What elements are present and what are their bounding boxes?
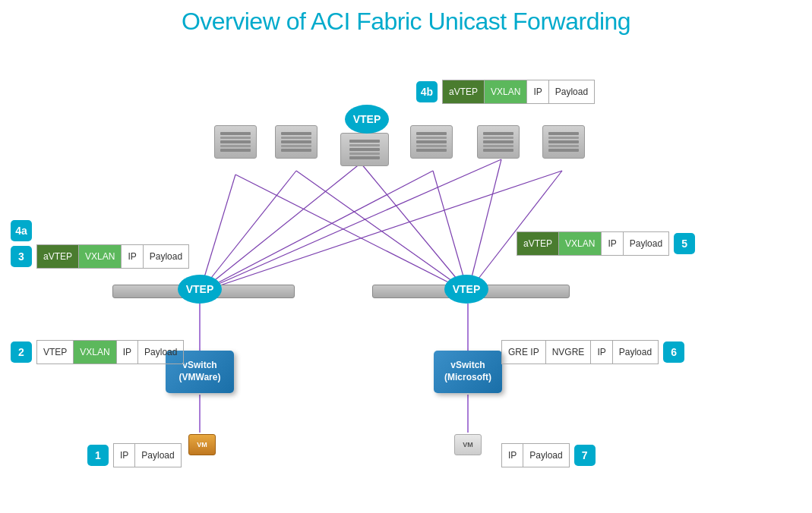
- pkt-4a-payload: Payload: [144, 245, 188, 268]
- spine-server-2: [275, 125, 318, 159]
- packet-4a-3-group: 4a 3 aVTEP VXLAN IP Payload: [11, 220, 189, 269]
- badge-4a: 4a: [11, 220, 32, 241]
- pkt-1-ip: IP: [114, 444, 135, 467]
- packet-2-row: 2 VTEP VXLAN IP Payload: [11, 340, 184, 364]
- pkt-4a-vxlan: VXLAN: [79, 245, 122, 268]
- packet-2: VTEP VXLAN IP Payload: [36, 340, 184, 364]
- svg-line-12: [468, 159, 501, 292]
- packet-1: IP Payload: [113, 443, 182, 467]
- packet-4b-row: 4b aVTEP VXLAN IP Payload: [416, 80, 595, 104]
- packet-7-row: IP Payload 7: [501, 443, 596, 467]
- vswitch-microsoft: vSwitch (Microsoft): [434, 351, 502, 393]
- pkt-2-payload: Payload: [138, 341, 183, 364]
- pkt-4b-ip: IP: [527, 80, 548, 103]
- vm-vmware: VM: [188, 434, 216, 455]
- page-title: Overview of ACI Fabric Unicast Forwardin…: [0, 8, 812, 36]
- spine-server-5: [477, 125, 520, 159]
- badge-3: 3: [11, 246, 32, 267]
- badge-4b: 4b: [416, 81, 438, 102]
- pkt-6-gre: GRE IP: [502, 341, 546, 364]
- pkt-4a-ip: IP: [122, 245, 143, 268]
- badge-7: 7: [574, 445, 596, 466]
- svg-line-4: [200, 163, 361, 292]
- pkt-5-avtep: aVTEP: [517, 232, 559, 255]
- packet-5-row: aVTEP VXLAN IP Payload 5: [517, 231, 695, 256]
- svg-line-7: [200, 171, 562, 292]
- pkt-2-vtep: VTEP: [37, 341, 74, 364]
- pkt-5-ip: IP: [602, 232, 623, 255]
- svg-line-5: [200, 171, 433, 292]
- left-vtep-label: VTEP: [178, 275, 222, 304]
- spine-server-1: [214, 125, 257, 159]
- svg-line-3: [200, 171, 296, 292]
- pkt-6-nvgre: NVGRE: [546, 341, 592, 364]
- badge-5: 5: [674, 233, 695, 254]
- packet-1-row: 1 IP Payload: [87, 443, 182, 467]
- pkt-6-ip: IP: [591, 341, 612, 364]
- badge-6: 6: [663, 341, 684, 363]
- svg-line-11: [433, 171, 468, 292]
- badge-1: 1: [87, 445, 109, 466]
- pkt-6-payload: Payload: [613, 341, 658, 364]
- right-vtep-label: VTEP: [444, 275, 488, 304]
- badge-2: 2: [11, 341, 32, 363]
- spine-server-3-center: [340, 133, 389, 166]
- svg-line-8: [235, 175, 468, 292]
- pkt-1-payload: Payload: [135, 444, 180, 467]
- pkt-5-payload: Payload: [624, 232, 668, 255]
- packet-4a: aVTEP VXLAN IP Payload: [36, 244, 189, 269]
- packet-5: aVTEP VXLAN IP Payload: [517, 231, 669, 256]
- packet-4b: aVTEP VXLAN IP Payload: [442, 80, 595, 104]
- spine-server-4: [410, 125, 453, 159]
- pkt-2-ip: IP: [117, 341, 138, 364]
- top-vtep-label: VTEP: [345, 105, 389, 134]
- svg-line-9: [296, 171, 468, 292]
- pkt-4a-avtep: aVTEP: [37, 245, 79, 268]
- svg-line-10: [361, 163, 468, 292]
- vm-microsoft: VM: [454, 434, 482, 455]
- pkt-5-vxlan: VXLAN: [559, 232, 602, 255]
- packet-7: IP Payload: [501, 443, 570, 467]
- pkt-2-vxlan: VXLAN: [74, 341, 116, 364]
- pkt-4b-vxlan: VXLAN: [485, 80, 527, 103]
- packet-6: GRE IP NVGRE IP Payload: [501, 340, 659, 364]
- svg-line-6: [200, 159, 501, 292]
- pkt-7-ip: IP: [502, 444, 523, 467]
- pkt-4b-payload: Payload: [549, 80, 594, 103]
- spine-server-6: [542, 125, 585, 159]
- packet-6-row: GRE IP NVGRE IP Payload 6: [501, 340, 684, 364]
- pkt-7-payload: Payload: [523, 444, 568, 467]
- pkt-4b-avtep: aVTEP: [443, 80, 485, 103]
